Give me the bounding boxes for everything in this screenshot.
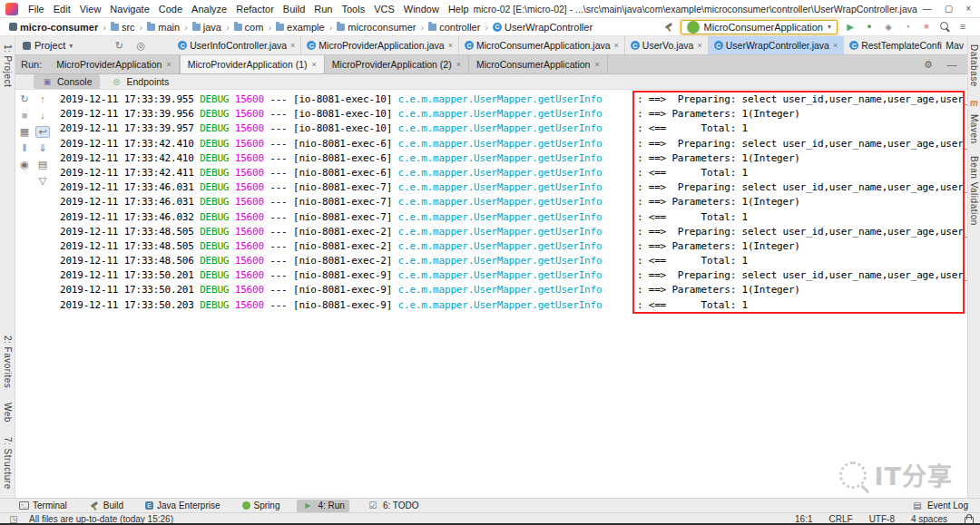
scroll-to-end-icon[interactable]: ⇓ bbox=[35, 142, 50, 154]
breadcrumb-item[interactable]: main bbox=[145, 22, 181, 33]
refresh-icon[interactable]: ↻ bbox=[113, 39, 125, 52]
close-icon[interactable]: × bbox=[593, 60, 599, 69]
minimize-icon[interactable]: — bbox=[946, 58, 958, 71]
menu-item-analyze[interactable]: Analyze bbox=[187, 4, 231, 15]
menu-item-refactor[interactable]: Refactor bbox=[231, 4, 279, 15]
minimize-button[interactable]: — bbox=[923, 4, 932, 14]
rerun-icon[interactable]: ↻ bbox=[17, 93, 32, 105]
editor-tab-bar: Project ▾ ↻◎ UserInfoController.java×Mic… bbox=[15, 36, 967, 55]
restore-layout-icon[interactable]: ▦ bbox=[17, 126, 32, 138]
close-icon[interactable]: × bbox=[456, 60, 461, 69]
toolwindow-button[interactable]: ▶4: Run bbox=[297, 500, 348, 512]
folder-icon bbox=[428, 24, 436, 31]
print-icon[interactable]: ▤ bbox=[35, 159, 50, 170]
menu-item-vcs[interactable]: VCS bbox=[369, 4, 399, 15]
endpoints-icon: ◎ bbox=[111, 75, 123, 88]
editor-tab[interactable]: MicroConsumerApplication.java× bbox=[459, 36, 625, 54]
menu-item-run[interactable]: Run bbox=[309, 4, 337, 15]
menu-item-tools[interactable]: Tools bbox=[337, 4, 369, 15]
view-tab-console[interactable]: ▣Console bbox=[34, 74, 100, 89]
event-log-button[interactable]: ▤Event Log bbox=[906, 500, 973, 512]
close-icon[interactable]: × bbox=[289, 41, 295, 50]
menu-item-view[interactable]: View bbox=[75, 4, 106, 15]
run-config-selector[interactable]: MicroConsumerApplication ▾ bbox=[681, 20, 838, 34]
run-tab-strip: MicroProviderApplication×MicroProviderAp… bbox=[49, 55, 607, 73]
toolwindow-button[interactable]: Build bbox=[84, 500, 128, 512]
toolwindow-button[interactable]: Database bbox=[969, 42, 979, 90]
coverage-icon[interactable]: ◈ bbox=[882, 21, 895, 34]
locate-icon[interactable]: ◎ bbox=[134, 39, 147, 52]
editor-tab[interactable]: UserVo.java× bbox=[625, 36, 709, 54]
menu-item-build[interactable]: Build bbox=[279, 4, 309, 15]
pin-icon[interactable]: ◉ bbox=[17, 159, 32, 170]
run-tab[interactable]: MicroProviderApplication× bbox=[49, 55, 179, 73]
run-tab[interactable]: MicroConsumerApplication× bbox=[469, 55, 608, 73]
view-tab-endpoints[interactable]: ◎Endpoints bbox=[103, 74, 177, 89]
log-line: 2019-12-11 17:33:50.203 DEBUG 15600 --- … bbox=[60, 298, 967, 313]
menu-item-navigate[interactable]: Navigate bbox=[105, 4, 153, 15]
project-selector[interactable]: Project ▾ bbox=[15, 36, 80, 54]
editor-tab[interactable]: MicroProviderApplication.java× bbox=[301, 36, 459, 54]
close-icon[interactable]: × bbox=[165, 60, 171, 69]
editor-tab-overflow[interactable]: Mav bbox=[942, 36, 967, 54]
breadcrumb-item[interactable]: micro-consumer bbox=[7, 22, 100, 33]
close-icon[interactable]: × bbox=[447, 41, 453, 50]
class-icon bbox=[849, 41, 858, 50]
editor-tab[interactable]: UserInfoController.java× bbox=[172, 36, 301, 54]
toolwindow-button[interactable]: 7: Structure bbox=[3, 434, 13, 492]
folder-icon bbox=[234, 24, 242, 31]
watermark-logo-icon bbox=[839, 462, 867, 489]
editor-tab[interactable]: RestTemplateConfiguration.java× bbox=[844, 36, 942, 54]
stop-icon[interactable]: ■ bbox=[17, 110, 32, 122]
log-line: 2019-12-11 17:33:42.411 DEBUG 15600 --- … bbox=[60, 166, 967, 180]
search-icon[interactable] bbox=[939, 21, 950, 32]
toolwindow-button[interactable]: 1: Project bbox=[3, 42, 13, 90]
breadcrumb-item[interactable]: java bbox=[191, 22, 223, 33]
profiler-icon[interactable]: ◔ bbox=[901, 21, 914, 34]
toolwindow-button[interactable]: Terminal bbox=[15, 500, 72, 512]
menu-item-code[interactable]: Code bbox=[154, 4, 187, 15]
run-tab[interactable]: MicroProviderApplication (2)× bbox=[325, 55, 469, 73]
more-icon[interactable]: ≡ bbox=[956, 21, 969, 34]
run-panel-header: Run: MicroProviderApplication×MicroProvi… bbox=[15, 55, 967, 74]
run-tab[interactable]: MicroProviderApplication (1)× bbox=[180, 55, 325, 73]
debug-icon[interactable]: ● bbox=[863, 21, 876, 34]
gear-icon[interactable]: ⚙ bbox=[922, 58, 935, 71]
breadcrumb-item[interactable]: UserWrapController bbox=[491, 22, 594, 33]
close-icon[interactable]: × bbox=[311, 60, 317, 69]
editor-tab[interactable]: UserWrapController.java× bbox=[709, 36, 844, 54]
breadcrumb-item[interactable]: com bbox=[232, 22, 266, 33]
menu-item-file[interactable]: File bbox=[24, 4, 49, 15]
toolwindow-button[interactable]: Web bbox=[3, 400, 13, 425]
clear-all-icon[interactable]: ▽ bbox=[35, 175, 50, 187]
toolwindow-button[interactable]: 2: Favorites bbox=[3, 333, 13, 391]
soft-wrap-icon[interactable]: ↩ bbox=[35, 126, 50, 138]
breadcrumb-item[interactable]: src bbox=[109, 22, 137, 33]
close-icon[interactable]: × bbox=[613, 41, 619, 50]
maximize-button[interactable]: ▢ bbox=[945, 4, 953, 14]
breadcrumb-item[interactable]: example bbox=[274, 22, 327, 33]
build-icon bbox=[89, 501, 100, 511]
menu-item-help[interactable]: Help bbox=[444, 4, 474, 15]
run-icon[interactable]: ▶ bbox=[844, 21, 857, 34]
toolwindow-button[interactable]: Spring bbox=[238, 500, 285, 512]
breadcrumb-separator: › bbox=[419, 22, 425, 33]
close-icon[interactable]: × bbox=[696, 41, 701, 50]
console-log[interactable]: 2019-12-11 17:33:39.955 DEBUG 15600 --- … bbox=[52, 90, 967, 498]
build-icon[interactable] bbox=[663, 22, 674, 33]
up-stack-icon[interactable]: ↑ bbox=[35, 93, 50, 105]
toolwindow-button[interactable]: Java Enterprise bbox=[141, 500, 224, 512]
breadcrumb-item[interactable]: microconsumer bbox=[335, 22, 417, 33]
menu-item-window[interactable]: Window bbox=[399, 4, 444, 15]
close-icon[interactable]: × bbox=[832, 41, 838, 50]
close-button[interactable]: × bbox=[965, 4, 971, 14]
menu-item-edit[interactable]: Edit bbox=[49, 4, 75, 15]
breadcrumb-item[interactable]: controller bbox=[426, 22, 482, 33]
log-line: 2019-12-11 17:33:50.201 DEBUG 15600 --- … bbox=[60, 268, 967, 283]
toolwindow-button[interactable]: ☑6: TODO bbox=[362, 500, 424, 512]
stop-icon[interactable]: ■ bbox=[920, 21, 933, 34]
toolwindow-button[interactable]: mMaven bbox=[968, 97, 980, 147]
pause-output-icon[interactable]: ‖ bbox=[17, 142, 32, 154]
down-stack-icon[interactable]: ↓ bbox=[35, 110, 50, 122]
toolwindow-button[interactable]: Bean Validation bbox=[969, 153, 979, 228]
